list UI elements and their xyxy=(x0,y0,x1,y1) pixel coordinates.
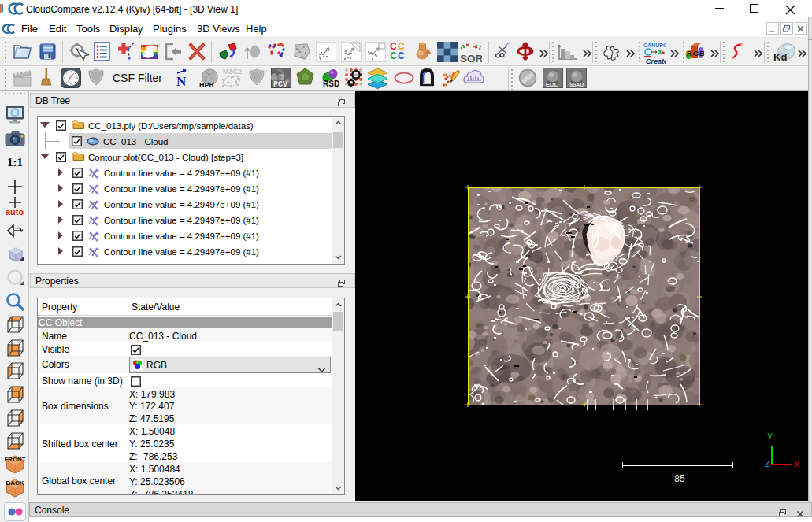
svg-text:auto: auto xyxy=(6,207,24,217)
svg-text:PCV: PCV xyxy=(273,80,287,88)
svg-text:CANUPO: CANUPO xyxy=(643,43,666,48)
svg-text:C: C xyxy=(398,50,405,61)
svg-text:B: B xyxy=(699,50,705,57)
svg-text:BACK: BACK xyxy=(6,479,24,487)
svg-text:EDL: EDL xyxy=(546,81,558,88)
svg-text:M3C2: M3C2 xyxy=(223,68,242,76)
svg-text:N: N xyxy=(176,74,187,88)
svg-text:Create: Create xyxy=(646,57,666,65)
svg-text:SOR: SOR xyxy=(460,53,482,64)
svg-text:FRONT: FRONT xyxy=(5,456,25,463)
svg-text:SSAO: SSAO xyxy=(569,82,584,87)
svg-text:HPR: HPR xyxy=(199,81,215,88)
svg-text:Kd: Kd xyxy=(773,51,787,62)
svg-text:RSD: RSD xyxy=(323,80,339,88)
svg-text:R: R xyxy=(687,50,692,57)
svg-text:G: G xyxy=(693,50,699,57)
svg-text:C: C xyxy=(390,50,397,61)
